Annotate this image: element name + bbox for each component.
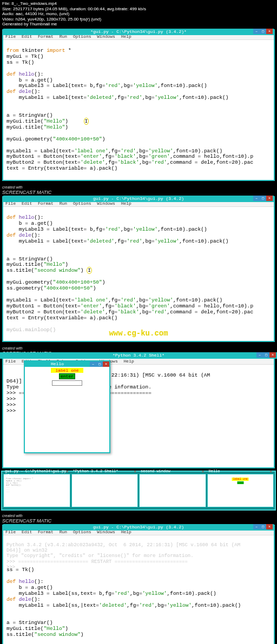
window-title: *gui.py - C:\Python34\gui.py (3.4.2)* — [3, 29, 274, 35]
window-title: gui.py - C:\Python34\gui.py (3.4.2) — [3, 524, 274, 531]
screencast-watermark: created withSCREENCAST MATIC — [0, 184, 277, 195]
minimize-icon[interactable]: – — [253, 29, 260, 34]
minimize-icon[interactable]: – — [253, 196, 260, 201]
code-editor-area[interactable]: def hello(): b = a.get() myLabel3 = Labe… — [3, 207, 274, 341]
close-icon[interactable]: × — [266, 196, 273, 201]
close-icon[interactable]: × — [266, 524, 273, 529]
thumb-hello-window[interactable]: Hello × label one — [207, 474, 274, 507]
idle-editor-window-2[interactable]: gui.py - C:\Python34\gui.py (3.4.2) – ▢ … — [2, 196, 275, 342]
cursor-indicator-icon: I — [84, 118, 89, 125]
thumb-second-window[interactable]: second window × — [139, 474, 206, 507]
window-controls: – ▢ × — [256, 352, 276, 358]
media-size: Size: 25217717 bytes (24.05 MiB), durati… — [2, 6, 275, 12]
minimize-icon[interactable]: – — [90, 361, 96, 367]
window-switcher[interactable]: gui.py - C:\Python34\gui.py (3.... × fro… — [1, 471, 276, 511]
window-title: *Python 3.4.2 Shell* — [0, 352, 277, 359]
window-controls: – ▢ × — [253, 29, 273, 34]
idle-editor-window-1[interactable]: *gui.py - C:\Python34\gui.py (3.4.2)* – … — [2, 29, 275, 181]
tk-app-window[interactable]: Hello – ▢ × label one enter — [24, 360, 110, 453]
media-file: File: 8_-_Two_windows.mp4 — [2, 1, 275, 6]
window-title: gui.py - C:\Python34\gui.py (3.4.2) — [3, 196, 274, 202]
cursor-indicator-icon: I — [87, 267, 92, 274]
media-info-overlay: File: 8_-_Two_windows.mp4 Size: 25217717… — [0, 0, 277, 28]
close-icon[interactable]: × — [134, 469, 136, 474]
screencast-watermark: created withSCREENCAST MATIC — [0, 513, 277, 524]
maximize-icon[interactable]: ▢ — [260, 524, 266, 529]
tk-enter-button[interactable]: enter — [59, 373, 75, 379]
code-editor-area[interactable]: from tkinter import * myGui = Tk() ss = … — [3, 40, 274, 180]
media-video: Video: h264, yuv420p, 1280x720, 25.00 fp… — [2, 17, 275, 22]
close-icon[interactable]: × — [103, 361, 109, 367]
code-editor-area[interactable]: Python 3.4.2 (v3.4.2:ab2c023a9432, Oct 6… — [3, 535, 274, 644]
media-gen: Generated by Thumbnail me — [2, 22, 275, 27]
tk-label-one: label one — [51, 368, 83, 373]
close-icon[interactable]: × — [269, 352, 276, 358]
maximize-icon[interactable]: ▢ — [260, 29, 266, 34]
thumb-editor[interactable]: gui.py - C:\Python34\gui.py (3.... × fro… — [3, 474, 70, 507]
close-icon[interactable]: × — [266, 29, 273, 34]
maximize-icon[interactable]: ▢ — [263, 352, 269, 358]
close-icon[interactable]: × — [202, 469, 205, 474]
window-controls: – ▢ × — [253, 524, 273, 529]
maximize-icon[interactable]: ▢ — [260, 196, 266, 201]
thumb-shell[interactable]: *Python 3.4.2 Shell* × — [71, 474, 138, 507]
menu-help[interactable]: Help — [124, 359, 134, 364]
menu-file[interactable]: File — [5, 359, 16, 364]
tk-window-title: Hello – ▢ × — [25, 361, 109, 367]
tk-entry-input[interactable] — [52, 380, 82, 386]
close-icon[interactable]: × — [269, 469, 272, 474]
media-audio: Audio: aac, 44100 Hz, mono, (und) — [2, 11, 275, 17]
minimize-icon[interactable]: – — [253, 524, 260, 529]
close-icon[interactable]: × — [66, 469, 69, 474]
maximize-icon[interactable]: ▢ — [96, 361, 103, 367]
window-controls: – ▢ × — [253, 196, 273, 201]
minimize-icon[interactable]: – — [256, 352, 263, 358]
idle-editor-window-3[interactable]: gui.py - C:\Python34\gui.py (3.4.2) – ▢ … — [2, 525, 275, 644]
